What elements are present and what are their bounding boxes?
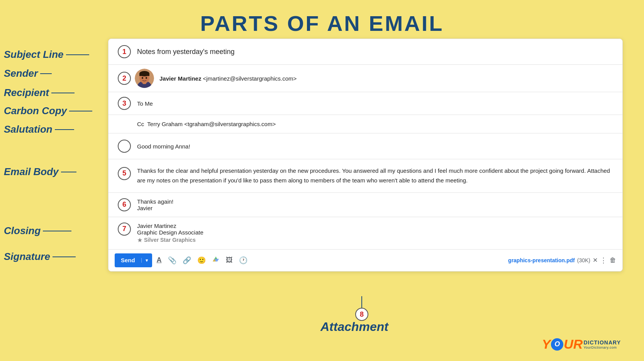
badge-5: 5: [118, 167, 131, 180]
badge-7: 7: [118, 223, 131, 236]
badge-6: 6: [118, 198, 131, 211]
svg-point-6: [142, 77, 143, 79]
email-panel: 1 Notes from yesterday's meeting 2: [108, 39, 623, 272]
cc-row: Cc Terry Graham <tgraham@silverstargraph…: [108, 115, 622, 133]
carbon-copy-connector: [69, 111, 92, 111]
attach-file-icon[interactable]: 📎: [166, 255, 178, 266]
label-closing-text: Closing: [4, 225, 41, 237]
page-background: PARTS OF AN EMAIL 1 Notes from yesterday…: [0, 0, 644, 361]
logo-o-circle: O: [551, 338, 563, 351]
salutation-text: Good morning Anna!: [137, 143, 190, 150]
attachment-delete-icon[interactable]: 🗑: [610, 256, 616, 264]
badge-2: 2: [118, 72, 131, 85]
label-sender: Sender: [4, 67, 52, 79]
label-salutation-text: Salutation: [4, 123, 53, 135]
logo-your: Y: [542, 337, 551, 352]
svg-point-7: [146, 77, 147, 79]
page-title: PARTS OF AN EMAIL: [0, 0, 644, 43]
logo-dictionary: DICTIONARY YourDictionary.com: [583, 339, 621, 349]
label-signature-text: Signature: [4, 251, 50, 263]
toolbar-row: Send ▼ A 📎 🔗 🙂 🖼 🕐 graphics-presentation…: [108, 250, 622, 271]
image-icon[interactable]: 🖼: [224, 255, 234, 266]
label-email-body: Email Body: [4, 166, 76, 178]
label-subject-text: Subject Line: [4, 49, 64, 61]
star-icon: ★: [137, 236, 142, 244]
send-button[interactable]: Send ▼: [115, 253, 152, 267]
email-body-connector: [61, 172, 76, 172]
body-row: 5 Thanks for the clear and helpful prese…: [108, 159, 622, 193]
format-text-icon[interactable]: A: [155, 255, 163, 266]
logo-ur: UR: [564, 337, 583, 352]
label-email-body-text: Email Body: [4, 166, 59, 178]
label-sender-text: Sender: [4, 67, 38, 79]
attachment-label: Attachment: [320, 320, 388, 334]
closing-row: 6 Thanks again! Javier: [108, 193, 622, 217]
badge-8: 8: [355, 308, 368, 321]
schedule-icon[interactable]: 🕐: [237, 255, 249, 266]
send-dropdown-arrow[interactable]: ▼: [141, 258, 152, 263]
sender-email: <jmartinez@silverstargraphics.com>: [203, 75, 297, 82]
sig-title: Graphic Design Associate: [137, 229, 203, 236]
subject-text: Notes from yesterday's meeting: [137, 48, 235, 56]
cc-email: <tgraham@silverstargraphics.com>: [184, 121, 276, 127]
yourdictionary-logo: Y O UR DICTIONARY YourDictionary.com: [542, 337, 621, 352]
sender-connector: [40, 73, 52, 74]
avatar: [135, 69, 154, 88]
subject-row: 1 Notes from yesterday's meeting: [108, 39, 622, 65]
attachment-filename: graphics-presentation.pdf: [508, 257, 575, 263]
label-subject-line: Subject Line: [4, 49, 89, 61]
attachment-area: graphics-presentation.pdf (30K) ✕ ⋮ 🗑: [508, 256, 616, 265]
badge8-line: [361, 296, 362, 308]
badge-1: 1: [118, 45, 131, 58]
signature-row: 7 Javier Martinez Graphic Design Associa…: [108, 217, 622, 250]
sig-company: ★ Silver Star Graphics: [137, 236, 203, 244]
salutation-connector: [55, 129, 74, 130]
closing-text: Thanks again! Javier: [137, 198, 173, 211]
badge-3: 3: [118, 97, 131, 110]
label-signature: Signature: [4, 251, 76, 263]
label-closing: Closing: [4, 225, 71, 237]
label-recipient: Recipient: [4, 87, 75, 99]
attachment-more-icon[interactable]: ⋮: [600, 256, 607, 265]
label-recipient-text: Recipient: [4, 87, 49, 99]
signature-connector: [53, 256, 76, 257]
attachment-size: (30K): [577, 257, 590, 263]
emoji-icon[interactable]: 🙂: [196, 255, 207, 266]
label-carbon-copy: Carbon Copy: [4, 105, 92, 117]
cc-label: Cc: [137, 121, 144, 127]
sender-name: Javier Martinez: [159, 75, 201, 82]
recipient-connector: [51, 93, 75, 93]
closing-line2: Javier: [137, 205, 173, 211]
link-icon[interactable]: 🔗: [181, 255, 193, 266]
signature-content: Javier Martinez Graphic Design Associate…: [137, 223, 203, 244]
cc-name: Terry Graham: [147, 121, 183, 127]
attachment-close-icon[interactable]: ✕: [593, 256, 598, 264]
closing-line1: Thanks again!: [137, 198, 173, 205]
label-salutation: Salutation: [4, 123, 74, 135]
recipient-text: To Me: [137, 100, 153, 107]
salutation-row: Good morning Anna!: [108, 133, 622, 159]
body-text: Thanks for the clear and helpful present…: [137, 166, 613, 186]
drive-icon[interactable]: [210, 254, 221, 267]
sig-name: Javier Martinez: [137, 223, 203, 229]
sender-row: 2: [108, 65, 622, 92]
subject-connector: [66, 54, 89, 55]
recipient-row: 3 To Me: [108, 92, 622, 115]
send-label: Send: [115, 257, 141, 263]
closing-connector: [43, 231, 71, 231]
badge-4: [118, 140, 131, 153]
label-carbon-copy-text: Carbon Copy: [4, 105, 67, 117]
sig-company-text: Silver Star Graphics: [144, 237, 196, 243]
svg-rect-5: [139, 74, 149, 76]
